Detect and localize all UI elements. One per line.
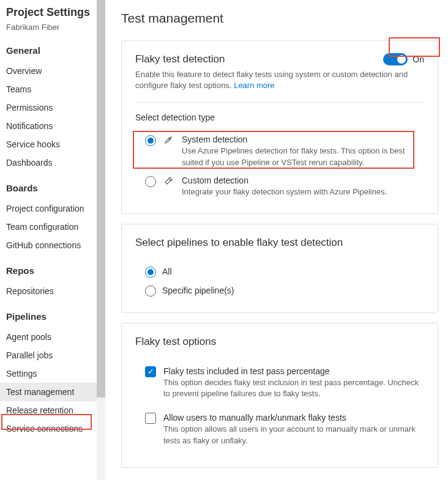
sidebar-item-overview[interactable]: Overview — [6, 62, 105, 80]
pipelines-all-label: All — [162, 267, 172, 276]
opt1-desc: This option decides flaky test inclusion… — [163, 377, 424, 399]
sidebar-item-team-configuration[interactable]: Team configuration — [6, 218, 105, 236]
radio-custom[interactable] — [145, 176, 156, 187]
flaky-desc: Enable this feature to detect flaky test… — [135, 69, 424, 91]
sidebar-item-project-configuration[interactable]: Project configuration — [6, 199, 105, 218]
sidebar-item-settings[interactable]: Settings — [6, 364, 105, 383]
sidebar-item-agent-pools[interactable]: Agent pools — [6, 328, 105, 346]
system-detection-title: System detection — [182, 135, 424, 144]
svg-point-0 — [169, 138, 170, 139]
radio-system[interactable] — [145, 135, 156, 146]
rocket-icon — [163, 135, 174, 147]
flaky-title: Flaky test detection — [135, 53, 225, 65]
wrench-icon — [163, 176, 174, 188]
section-heading-repos: Repos — [6, 265, 105, 276]
opt2-checkbox[interactable] — [145, 413, 156, 424]
system-detection-option[interactable]: System detection Use Azure Pipelines det… — [145, 131, 424, 171]
learn-more-link[interactable]: Learn more — [234, 81, 274, 90]
radio-specific[interactable] — [145, 286, 156, 297]
sidebar-item-test-management[interactable]: Test management — [0, 383, 97, 401]
sidebar-item-release-retention[interactable]: Release retention — [6, 401, 105, 419]
sidebar-item-service-connections[interactable]: Service connections — [6, 419, 105, 438]
project-name: Fabrikam Fiber — [6, 23, 105, 32]
opt1-row[interactable]: ✓ Flaky tests included in test pass perc… — [145, 361, 424, 408]
sidebar-item-dashboards[interactable]: Dashboards — [6, 153, 105, 172]
sidebar-item-teams[interactable]: Teams — [6, 80, 105, 98]
main-content: Test management Flaky test detection On … — [105, 0, 448, 480]
flaky-options-title: Flaky test options — [135, 336, 424, 348]
scrollbar-track[interactable] — [97, 0, 105, 480]
page-title: Test management — [121, 11, 438, 26]
system-detection-desc: Use Azure Pipelines detection for flaky … — [182, 146, 424, 168]
divider — [135, 102, 424, 103]
pipelines-all-option[interactable]: All — [145, 262, 424, 281]
pipelines-specific-option[interactable]: Specific pipeline(s) — [145, 281, 424, 300]
sidebar-item-notifications[interactable]: Notifications — [6, 117, 105, 135]
flaky-toggle[interactable] — [383, 53, 408, 65]
sidebar: Project Settings Fabrikam Fiber General … — [0, 0, 105, 480]
opt1-checkbox[interactable]: ✓ — [145, 366, 156, 377]
select-detection-heading: Select detection type — [135, 113, 424, 122]
sidebar-item-service-hooks[interactable]: Service hooks — [6, 135, 105, 153]
select-pipelines-title: Select pipelines to enable flaky test de… — [135, 237, 424, 249]
custom-detection-title: Custom detection — [182, 175, 424, 185]
flaky-detection-card: Flaky test detection On Enable this feat… — [121, 40, 438, 214]
opt1-title: Flaky tests included in test pass percen… — [163, 366, 424, 376]
sidebar-item-parallel-jobs[interactable]: Parallel jobs — [6, 346, 105, 364]
sidebar-item-repositories[interactable]: Repositories — [6, 282, 105, 300]
opt2-desc: This option allows all users in your acc… — [163, 424, 424, 446]
opt2-title: Allow users to manually mark/unmark flak… — [163, 413, 424, 423]
opt2-row[interactable]: Allow users to manually mark/unmark flak… — [145, 408, 424, 454]
pipelines-specific-label: Specific pipeline(s) — [162, 286, 234, 295]
section-heading-general: General — [6, 45, 105, 56]
custom-detection-option[interactable]: Custom detection Integrate your flaky de… — [145, 172, 424, 201]
custom-detection-desc: Integrate your flaky detection system wi… — [182, 186, 424, 198]
sidebar-title: Project Settings — [6, 6, 105, 19]
flaky-options-card: Flaky test options ✓ Flaky tests include… — [121, 323, 438, 468]
section-heading-pipelines: Pipelines — [6, 311, 105, 322]
sidebar-item-github-connections[interactable]: GitHub connections — [6, 236, 105, 254]
scrollbar-thumb[interactable] — [97, 0, 105, 397]
select-pipelines-card: Select pipelines to enable flaky test de… — [121, 224, 438, 313]
section-heading-boards: Boards — [6, 183, 105, 193]
radio-all[interactable] — [145, 267, 156, 278]
flaky-toggle-label: On — [413, 54, 424, 64]
sidebar-item-permissions[interactable]: Permissions — [6, 98, 105, 117]
